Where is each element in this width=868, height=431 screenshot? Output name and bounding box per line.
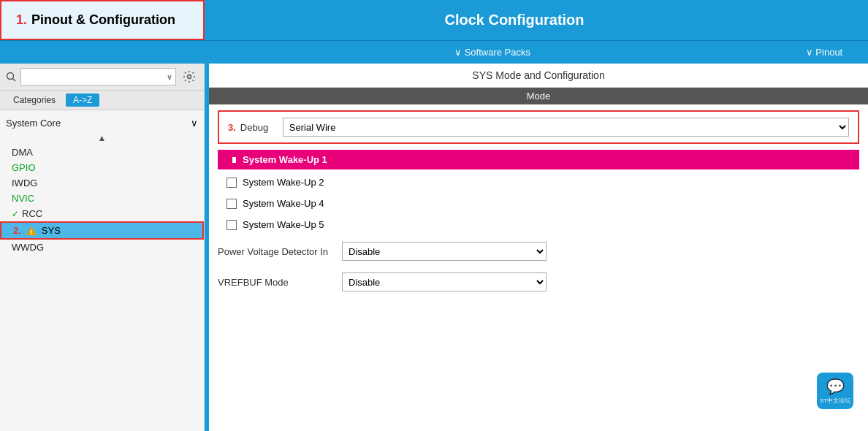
sub-tab-software[interactable]: ∨ Software Packs bbox=[205, 41, 780, 64]
wakeup-label-2: System Wake-Up 2 bbox=[243, 177, 324, 188]
search-bar: ∨ bbox=[0, 64, 204, 91]
svg-rect-5 bbox=[227, 157, 232, 162]
step2-number: 2. bbox=[13, 225, 21, 236]
sidebar-item-gpio[interactable]: GPIO bbox=[0, 160, 204, 175]
step1-number: 1. bbox=[16, 12, 27, 28]
filter-tabs: Categories A->Z bbox=[0, 91, 204, 110]
wakeup-checkbox-4[interactable] bbox=[226, 199, 237, 209]
vref-select[interactable]: Disable Enable bbox=[342, 272, 547, 291]
wakeup-label-1: System Wake-Up 1 bbox=[243, 154, 327, 165]
wakeup-checkbox-2[interactable] bbox=[226, 178, 237, 188]
debug-select[interactable]: No Debug Trace Asynchronous Sw Serial Wi… bbox=[283, 118, 849, 137]
gear-icon[interactable] bbox=[180, 68, 198, 85]
vref-mode-row: VREFBUF Mode Disable Enable bbox=[209, 268, 868, 296]
wakeup-checkbox-1[interactable] bbox=[226, 155, 237, 165]
debug-label: Debug bbox=[240, 122, 277, 133]
sub-software-label: ∨ Software Packs bbox=[454, 47, 530, 58]
wakeup-label-5: System Wake-Up 5 bbox=[243, 219, 324, 230]
sidebar-item-wwdg[interactable]: WWDG bbox=[0, 240, 204, 255]
vref-label: VREFBUF Mode bbox=[218, 277, 342, 288]
filter-tab-categories[interactable]: Categories bbox=[6, 94, 63, 107]
wakeup-item-4[interactable]: System Wake-Up 4 bbox=[218, 194, 859, 213]
wakeup-checkbox-5[interactable] bbox=[226, 220, 237, 230]
scroll-up-button[interactable]: ▲ bbox=[0, 131, 204, 145]
sidebar-item-sys[interactable]: 2. ! SYS bbox=[0, 221, 204, 240]
rcc-check-icon: ✓ bbox=[12, 209, 19, 219]
sub-pinout-label: ∨ Pinout bbox=[806, 47, 842, 58]
scroll-up-arrow-icon: ▲ bbox=[98, 133, 107, 143]
svg-text:!: ! bbox=[30, 229, 32, 236]
tab-clock-label: Clock Configuration bbox=[444, 12, 584, 28]
step3-number: 3. bbox=[228, 122, 236, 133]
sidebar: ∨ Categories A->Z System Core ∨ bbox=[0, 64, 205, 431]
filter-tab-az[interactable]: A->Z bbox=[66, 94, 99, 107]
sub-tab-bar: ∨ Software Packs ∨ Pinout bbox=[0, 40, 868, 64]
sidebar-item-nvic[interactable]: NVIC bbox=[0, 191, 204, 206]
right-panel: SYS Mode and Configuration Mode 3. Debug… bbox=[209, 64, 868, 431]
group-label: System Core bbox=[6, 118, 61, 129]
wakeup-item-1[interactable]: System Wake-Up 1 bbox=[218, 150, 859, 169]
wakeup-item-2[interactable]: System Wake-Up 2 bbox=[218, 172, 859, 192]
power-voltage-row: Power Voltage Detector In Disable Enable bbox=[209, 237, 868, 265]
search-dropdown-arrow-icon[interactable]: ∨ bbox=[167, 72, 172, 82]
top-tab-bar: 1. Pinout & Configuration Clock Configur… bbox=[0, 0, 868, 40]
tab-pinout-label: Pinout & Configuration bbox=[31, 12, 175, 28]
tab-clock-config[interactable]: Clock Configuration bbox=[205, 0, 824, 40]
sidebar-item-rcc[interactable]: ✓ RCC bbox=[0, 206, 204, 221]
power-select[interactable]: Disable Enable bbox=[342, 242, 547, 261]
group-dropdown-icon: ∨ bbox=[191, 118, 198, 129]
debug-row: 3. Debug No Debug Trace Asynchronous Sw … bbox=[218, 110, 859, 144]
search-input-wrap[interactable]: ∨ bbox=[20, 68, 176, 85]
sub-tab-pinout[interactable]: ∨ Pinout bbox=[780, 41, 868, 64]
tab-pinout-config[interactable]: 1. Pinout & Configuration bbox=[0, 0, 205, 40]
sub-tab-left-spacer bbox=[0, 41, 205, 64]
svg-point-2 bbox=[188, 75, 191, 79]
wakeup-item-5[interactable]: System Wake-Up 5 bbox=[218, 215, 859, 234]
chat-icon: 💬 bbox=[826, 378, 845, 395]
tab-right-area bbox=[824, 0, 868, 40]
panel-mode-header: Mode bbox=[209, 88, 868, 104]
search-icon bbox=[6, 72, 16, 82]
sidebar-list: System Core ∨ ▲ DMA GPIO IWDG NVIC ✓ bbox=[0, 110, 204, 431]
chat-label: ST中文论坛 bbox=[820, 397, 850, 405]
warning-icon: ! bbox=[26, 226, 37, 236]
main-content: ∨ Categories A->Z System Core ∨ bbox=[0, 64, 868, 431]
search-input[interactable] bbox=[24, 72, 167, 82]
sidebar-item-dma[interactable]: DMA bbox=[0, 145, 204, 160]
panel-title: SYS Mode and Configuration bbox=[209, 64, 868, 88]
chat-button[interactable]: 💬 ST中文论坛 bbox=[817, 373, 853, 409]
sidebar-group-system-core[interactable]: System Core ∨ bbox=[0, 115, 204, 131]
wakeup-label-4: System Wake-Up 4 bbox=[243, 198, 324, 209]
power-label: Power Voltage Detector In bbox=[218, 246, 342, 257]
svg-point-0 bbox=[7, 73, 14, 80]
sidebar-item-iwdg[interactable]: IWDG bbox=[0, 175, 204, 191]
svg-line-1 bbox=[13, 79, 16, 82]
